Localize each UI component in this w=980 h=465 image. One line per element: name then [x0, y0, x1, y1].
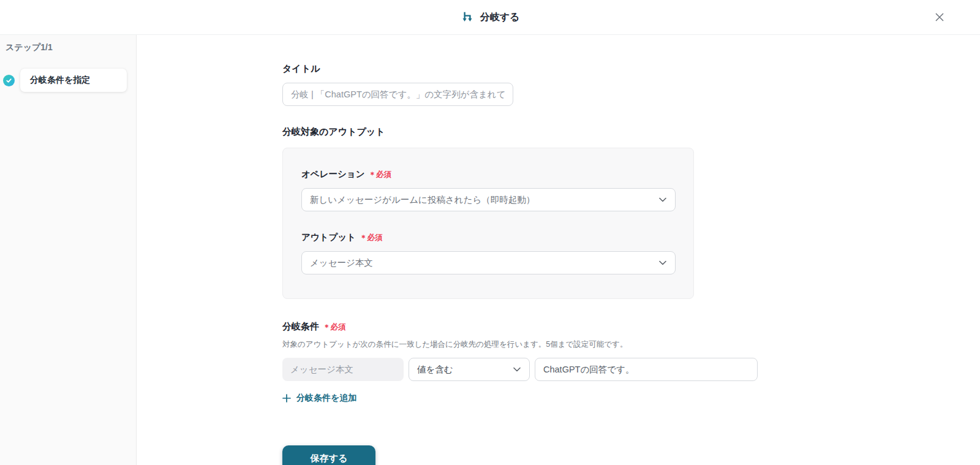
condition-section-heading: 分岐条件 — [282, 321, 319, 331]
condition-description: 対象のアウトプットが次の条件に一致した場合に分岐先の処理を行います。5個まで設定… — [282, 339, 980, 350]
dialog-header: 分岐する — [0, 0, 980, 35]
output-required-mark: ＊必須 — [360, 233, 383, 242]
output-section-heading: 分岐対象のアウトプット — [282, 126, 980, 138]
output-section-card: オペレーション＊必須 新しいメッセージがルームに投稿されたら（即時起動） アウト… — [282, 148, 694, 299]
step-item: 分岐条件を指定 — [3, 69, 127, 92]
condition-operator-select[interactable]: 値を含む — [409, 358, 530, 381]
operation-select[interactable]: 新しいメッセージがルームに投稿されたら（即時起動） — [301, 188, 676, 211]
output-label: アウトプット — [301, 232, 356, 242]
save-button[interactable]: 保存する — [282, 445, 375, 465]
operation-label: オペレーション — [301, 169, 365, 179]
condition-target-field[interactable]: メッセージ本文 — [282, 358, 404, 381]
chevron-down-icon — [659, 197, 666, 202]
dialog-title: 分岐する — [480, 11, 520, 24]
operation-required-mark: ＊必須 — [369, 170, 392, 179]
condition-required-mark: ＊必須 — [323, 323, 346, 331]
condition-operator-value: 値を含む — [417, 364, 453, 376]
add-condition-button[interactable]: 分岐条件を追加 — [282, 393, 356, 404]
step-counter: ステップ1/1 — [6, 42, 127, 53]
output-select[interactable]: メッセージ本文 — [301, 251, 676, 274]
add-condition-label: 分岐条件を追加 — [296, 393, 356, 404]
close-icon — [933, 16, 946, 25]
step-card-label: 分岐条件を指定 — [30, 75, 90, 85]
form-panel: タイトル 分岐対象のアウトプット オペレーション＊必須 新しいメッセージがルーム… — [137, 35, 980, 465]
steps-sidebar: ステップ1/1 分岐条件を指定 — [0, 35, 137, 465]
check-circle-icon — [3, 75, 15, 86]
title-input[interactable] — [282, 83, 513, 106]
chevron-down-icon — [513, 367, 521, 372]
close-button[interactable] — [931, 9, 948, 26]
condition-value-input[interactable] — [535, 358, 758, 381]
step-card-branch-condition[interactable]: 分岐条件を指定 — [20, 69, 127, 92]
chevron-down-icon — [659, 260, 666, 265]
output-field: アウトプット＊必須 メッセージ本文 — [301, 232, 675, 274]
title-field-label: タイトル — [282, 63, 980, 75]
plus-icon — [282, 394, 291, 403]
branch-icon — [461, 10, 474, 24]
condition-row: メッセージ本文 値を含む — [282, 358, 980, 381]
operation-field: オペレーション＊必須 新しいメッセージがルームに投稿されたら（即時起動） — [301, 168, 675, 211]
operation-select-value: 新しいメッセージがルームに投稿されたら（即時起動） — [310, 194, 535, 206]
condition-section-heading-row: 分岐条件＊必須 — [282, 321, 980, 333]
output-select-value: メッセージ本文 — [310, 257, 373, 269]
